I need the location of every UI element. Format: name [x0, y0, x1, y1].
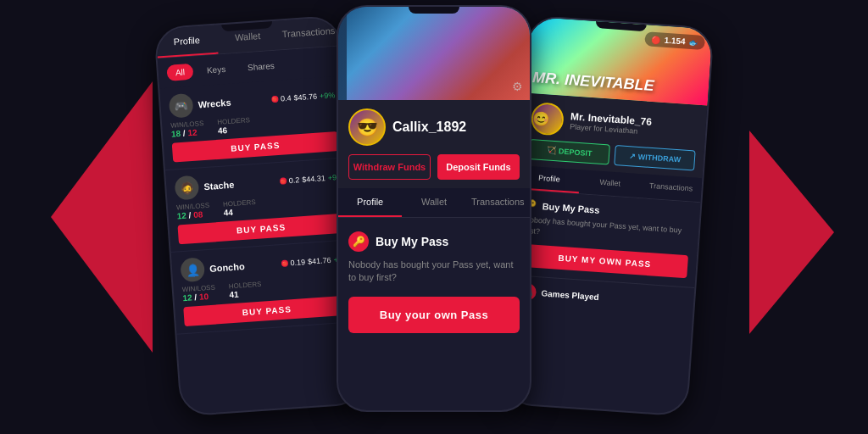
tab-wallet-right[interactable]: Wallet	[579, 170, 642, 198]
bmp-subtitle-center: Nobody has bought your Pass yet, want to…	[348, 259, 520, 285]
bg-triangle-left	[51, 81, 153, 353]
avatar-wrecks: 🎮	[169, 93, 194, 119]
right-content: 🔑 Buy My Pass Nobody has bought your Pas…	[512, 190, 700, 287]
phone-left: Profile Wallet Transactions All Keys Sha…	[153, 14, 367, 416]
price-dot-goncho: 🔴	[281, 259, 288, 267]
hero-gun-visual	[347, 7, 530, 100]
right-avatar: 😊	[531, 102, 565, 136]
price-val-goncho: 0.19	[290, 258, 305, 267]
holders-wrecks: 46	[218, 124, 251, 136]
withdraw-label: WITHDRAW	[637, 153, 681, 164]
center-username: Callix_1892	[392, 120, 466, 135]
player-card-wrecks: 🎮 Wrecks 🔴 0.4 $45.76 +9% WIN/LOSS 18 / …	[159, 75, 348, 170]
notch-center	[409, 7, 459, 14]
winloss-stache: 12 / 08	[176, 209, 210, 221]
price-change-wrecks: +9%	[320, 91, 336, 100]
tab-transactions-center[interactable]: Transactions	[466, 188, 530, 217]
holders-stache: 44	[223, 206, 256, 218]
winloss-wrecks: 18 / 12	[171, 127, 205, 139]
tab-profile-center[interactable]: Profile	[338, 188, 402, 217]
center-hero: ⚙	[338, 7, 530, 100]
right-buy-own-pass-btn[interactable]: BUY MY OWN PASS	[521, 244, 688, 279]
right-hero: 🔴 1.154 🐟 MR. INEVITABLE	[525, 17, 713, 106]
key-icon-center: 🔑	[348, 231, 369, 252]
buy-my-pass-section: 🔑 Buy My Pass Nobody has bought your Pas…	[338, 218, 530, 347]
winloss-goncho: 12 / 10	[182, 292, 216, 303]
deposit-icon: 🏹	[547, 146, 557, 155]
avatar-goncho: 👤	[180, 257, 205, 282]
right-bmp-title-text: Buy My Pass	[542, 201, 600, 215]
filter-all[interactable]: All	[166, 64, 193, 81]
games-played-label: Games Played	[541, 288, 599, 302]
tab-wallet-center[interactable]: Wallet	[402, 188, 465, 217]
phones-container: Profile Wallet Transactions All Keys Sha…	[150, 14, 718, 420]
phone-right: 🔴 1.154 🐟 MR. INEVITABLE 😊 Mr. Inevitabl…	[501, 14, 715, 416]
holders-goncho: 41	[229, 288, 262, 300]
player-name-goncho: Goncho	[209, 259, 276, 273]
phone-center: ⚙ 😎 Callix_1892 Withdraw Funds Deposit F…	[337, 5, 531, 412]
deposit-label: DEPOSIT	[559, 147, 593, 158]
price-val-wrecks: 0.4	[281, 94, 292, 103]
fund-buttons: Withdraw Funds Deposit Funds	[338, 154, 530, 188]
tab-profile-left[interactable]: Profile	[155, 25, 218, 58]
price-usd-wrecks: $45.76	[293, 92, 317, 103]
player-card-goncho: 👤 Goncho 🔴 0.19 $41.76 +96 WIN/LOSS 12 /…	[171, 240, 359, 335]
withdraw-funds-btn[interactable]: Withdraw Funds	[348, 154, 431, 180]
gear-icon[interactable]: ⚙	[512, 80, 523, 93]
hero-counter: 1.154	[664, 36, 686, 47]
deposit-funds-btn[interactable]: Deposit Funds	[437, 154, 520, 180]
price-usd-stache: $44.31	[302, 174, 326, 184]
price-usd-goncho: $41.76	[308, 256, 331, 266]
price-val-stache: 0.2	[288, 175, 299, 185]
filter-keys[interactable]: Keys	[198, 60, 234, 79]
player-card-stache: 🧔 Stache 🔴 0.2 $44.31 +94 WIN/LOSS 12 / …	[165, 158, 353, 253]
price-dot-wrecks: 🔴	[271, 96, 279, 103]
price-dot-stache: 🔴	[280, 177, 287, 185]
avatar-stache: 🧔	[174, 175, 199, 201]
bg-triangle-right	[749, 131, 834, 334]
bmp-title-center: Buy My Pass	[376, 235, 448, 248]
filter-shares[interactable]: Shares	[238, 57, 283, 76]
buy-own-pass-btn[interactable]: Buy your own Pass	[348, 297, 520, 333]
withdraw-icon: ↗	[628, 152, 636, 161]
tab-transactions-left[interactable]: Transactions	[277, 17, 340, 50]
center-avatar: 😎	[348, 108, 386, 146]
tab-transactions-right[interactable]: Transactions	[640, 174, 703, 202]
center-tabs: Profile Wallet Transactions	[338, 188, 530, 218]
player-name-wrecks: Wrecks	[198, 95, 266, 110]
player-name-stache: Stache	[203, 176, 275, 192]
center-profile: 😎 Callix_1892	[338, 100, 530, 154]
